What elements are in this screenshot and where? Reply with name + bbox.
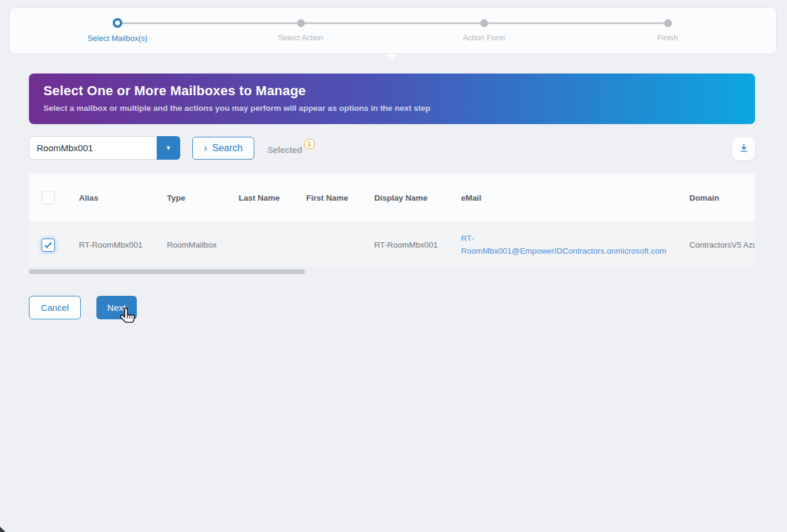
column-header-type[interactable]: Type (167, 193, 186, 202)
download-icon (739, 143, 749, 155)
select-all-checkbox[interactable] (42, 192, 55, 205)
cell-domain: ContractorsV5 Azu (689, 240, 755, 249)
selected-label: Selected (268, 145, 303, 155)
cell-type: RoomMailbox (167, 240, 217, 249)
page-title: Select One or More Mailboxes to Manage (43, 83, 306, 99)
step-label: Select Mailbox(s) (63, 34, 172, 43)
column-header-alias[interactable]: Alias (79, 193, 98, 202)
column-header-domain[interactable]: Domain (689, 193, 720, 202)
row-checkbox[interactable] (42, 239, 55, 252)
search-dropdown-button[interactable]: ▼ (157, 136, 180, 160)
wizard-stepper: Select Mailbox(s) Select Action Action F… (9, 7, 777, 54)
wizard-screen: Select Mailbox(s) Select Action Action F… (0, 0, 787, 532)
next-button[interactable]: Next (96, 296, 137, 319)
selected-count-badge: 1 (304, 139, 315, 149)
stepper-connector-line (118, 22, 668, 24)
column-header-display-name[interactable]: Display Name (374, 193, 428, 202)
step-dot-active-icon (113, 18, 122, 28)
screen-corner-artifact (0, 527, 5, 532)
search-button[interactable]: › Search (192, 137, 254, 160)
check-icon (44, 242, 52, 249)
selected-counter: Selected1 (268, 145, 315, 155)
column-header-first-name[interactable]: First Name (306, 193, 348, 202)
step-label: Action Form (430, 33, 538, 42)
cell-email-link[interactable]: RT-RoomMbx001@EmpowerIDContractors.onmic… (461, 233, 671, 257)
mailbox-table: Alias Type Last Name First Name Display … (29, 174, 755, 267)
caret-down-icon: ▼ (166, 145, 172, 151)
table-row[interactable]: RT-RoomMbx001 RoomMailbox RT-RoomMbx001 … (29, 223, 755, 267)
step-action-form[interactable]: Action Form (430, 8, 538, 42)
step-finish[interactable]: Finish (613, 8, 722, 42)
export-download-button[interactable] (732, 137, 755, 160)
column-header-last-name[interactable]: Last Name (239, 193, 280, 202)
step-dot-icon (297, 19, 305, 27)
stepper-pointer-notch (385, 54, 398, 61)
page-subtitle: Select a mailbox or multiple and the act… (43, 104, 430, 113)
step-label: Finish (613, 33, 722, 42)
column-header-email[interactable]: eMail (461, 193, 481, 202)
step-select-mailboxes[interactable]: Select Mailbox(s) (63, 8, 172, 43)
table-header-row: Alias Type Last Name First Name Display … (29, 174, 755, 223)
step-select-action[interactable]: Select Action (246, 8, 355, 42)
chevron-right-icon: › (204, 143, 207, 153)
cell-alias: RT-RoomMbx001 (79, 240, 143, 249)
cancel-button[interactable]: Cancel (29, 296, 81, 319)
step-dot-icon (480, 19, 488, 27)
cell-display-name: RT-RoomMbx001 (374, 240, 438, 249)
search-button-label: Search (212, 143, 243, 154)
step-label: Select Action (246, 33, 355, 42)
horizontal-scrollbar-thumb[interactable] (29, 269, 305, 274)
page-banner: Select One or More Mailboxes to Manage S… (29, 74, 755, 124)
step-dot-icon (664, 19, 672, 27)
search-input[interactable] (29, 136, 157, 160)
